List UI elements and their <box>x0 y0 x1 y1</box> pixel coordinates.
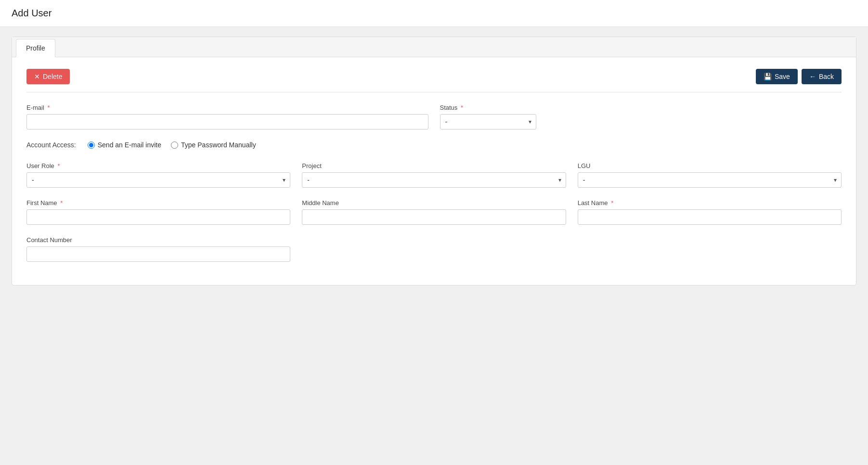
project-select-wrapper: - <box>302 172 566 188</box>
account-access-label: Account Access: <box>26 141 76 149</box>
project-label: Project <box>302 162 566 169</box>
page-title: Add User <box>12 8 856 19</box>
user-role-label: User Role * <box>26 162 290 169</box>
card-body: ✕ Delete 💾 Save ← Back <box>12 57 856 285</box>
last-name-input[interactable] <box>578 209 842 225</box>
delete-button[interactable]: ✕ Delete <box>26 69 70 84</box>
radio-group: Send an E-mail invite Type Password Manu… <box>88 141 256 149</box>
middle-name-label: Middle Name <box>302 199 566 207</box>
radio-email-invite-input[interactable] <box>88 142 95 149</box>
middle-name-group: Middle Name <box>302 199 566 225</box>
toolbar-right: 💾 Save ← Back <box>756 69 842 84</box>
tab-profile[interactable]: Profile <box>16 39 55 57</box>
status-group: Status * - Active Inactive <box>440 104 536 129</box>
email-required: * <box>47 104 50 111</box>
status-required: * <box>461 104 463 111</box>
arrow-left-icon: ← <box>809 73 816 80</box>
project-select[interactable]: - <box>302 172 566 188</box>
name-row: First Name * Middle Name Last Name * <box>26 199 842 225</box>
middle-name-input[interactable] <box>302 209 566 225</box>
contact-number-label: Contact Number <box>26 236 290 244</box>
last-name-required: * <box>611 199 613 207</box>
page-header: Add User <box>0 0 868 27</box>
card-tabs: Profile <box>12 37 856 57</box>
main-card: Profile ✕ Delete 💾 Save ← <box>12 37 856 285</box>
account-access-row: Account Access: Send an E-mail invite Ty… <box>26 141 842 149</box>
spacer-right <box>548 104 842 129</box>
status-label: Status * <box>440 104 536 111</box>
user-role-required: * <box>57 162 60 169</box>
contact-number-input[interactable] <box>26 246 290 262</box>
role-project-lgu-row: User Role * - Project - <box>26 162 842 188</box>
status-select-wrapper: - Active Inactive <box>440 114 536 129</box>
last-name-label: Last Name * <box>578 199 842 207</box>
project-group: Project - <box>302 162 566 188</box>
first-name-group: First Name * <box>26 199 290 225</box>
back-button[interactable]: ← Back <box>802 69 842 84</box>
email-group: E-mail * <box>26 104 428 129</box>
status-select[interactable]: - Active Inactive <box>440 114 536 129</box>
first-name-required: * <box>60 199 63 207</box>
last-name-group: Last Name * <box>578 199 842 225</box>
user-role-select[interactable]: - <box>26 172 290 188</box>
save-button[interactable]: 💾 Save <box>756 69 798 84</box>
email-label: E-mail * <box>26 104 428 111</box>
save-icon: 💾 <box>764 73 772 80</box>
user-role-select-wrapper: - <box>26 172 290 188</box>
lgu-select[interactable]: - <box>578 172 842 188</box>
first-name-input[interactable] <box>26 209 290 225</box>
lgu-select-wrapper: - <box>578 172 842 188</box>
radio-type-password[interactable]: Type Password Manually <box>171 141 256 149</box>
email-status-row: E-mail * Status * - Active Inactive <box>26 104 842 129</box>
radio-email-invite[interactable]: Send an E-mail invite <box>88 141 161 149</box>
toolbar: ✕ Delete 💾 Save ← Back <box>26 69 842 92</box>
contact-row: Contact Number <box>26 236 842 262</box>
toolbar-left: ✕ Delete <box>26 69 70 84</box>
email-input[interactable] <box>26 114 428 129</box>
page-body: Profile ✕ Delete 💾 Save ← <box>0 27 868 463</box>
contact-number-group: Contact Number <box>26 236 290 262</box>
lgu-label: LGU <box>578 162 842 169</box>
user-role-group: User Role * - <box>26 162 290 188</box>
first-name-label: First Name * <box>26 199 290 207</box>
times-icon: ✕ <box>34 73 40 80</box>
lgu-group: LGU - <box>578 162 842 188</box>
radio-type-password-input[interactable] <box>171 142 178 149</box>
